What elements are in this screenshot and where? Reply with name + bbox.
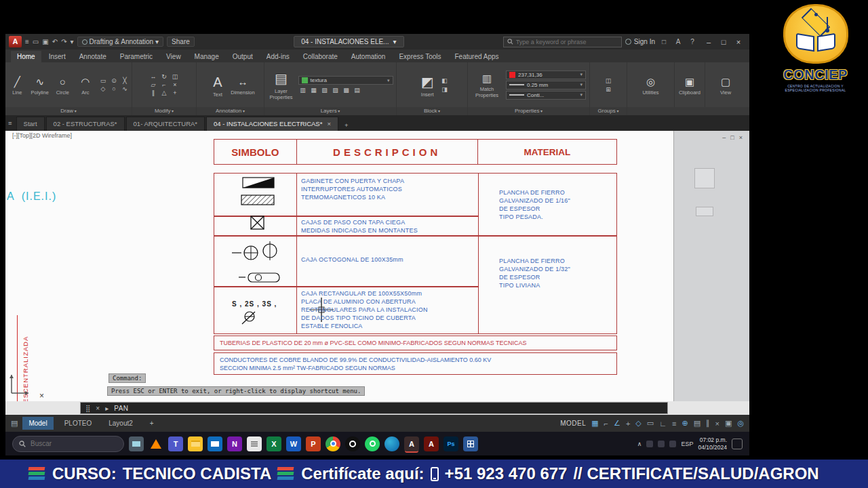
tab-automation[interactable]: Automation <box>345 51 392 62</box>
tab-parametric[interactable]: Parametric <box>114 51 159 62</box>
outlook-icon[interactable] <box>208 436 222 451</box>
teams-icon[interactable]: T <box>168 436 183 451</box>
match-properties-tool[interactable]: ▥ Match Properties <box>471 70 502 98</box>
panel-label-block[interactable]: Block <box>397 107 468 115</box>
viewport-controls[interactable]: [-][Top][2D Wireframe] <box>12 132 72 139</box>
sign-in-button[interactable]: Sign In <box>625 38 655 45</box>
insert-block-tool[interactable]: ◩ Insert <box>416 72 438 98</box>
tab-express-tools[interactable]: Express Tools <box>393 51 447 62</box>
whatsapp-icon[interactable] <box>365 436 380 451</box>
view-tool[interactable]: ▢ View <box>712 74 739 96</box>
qat-undo-icon[interactable]: ↶ <box>52 38 58 45</box>
layout-tab-layout2[interactable]: Layout2 <box>102 417 139 430</box>
block-tool-icon[interactable]: ◨ <box>441 86 448 93</box>
polyline-tool[interactable]: ∿ Polyline <box>31 74 50 96</box>
layer-tool-icon[interactable]: ▦ <box>309 87 319 94</box>
text-tool[interactable]: A Text <box>207 72 229 98</box>
utilities-tool[interactable]: ◎ Utilities <box>636 74 666 96</box>
document-title-tab[interactable]: 04 - INSTALACIONES ELE... ▾ <box>294 36 403 47</box>
dimension-tool[interactable]: ↔ Dimension <box>232 74 254 96</box>
draw-tool-icon[interactable]: ▭ <box>98 77 108 84</box>
file-tab-start[interactable]: Start <box>16 117 45 131</box>
modify-tool-icon[interactable]: + <box>170 89 180 96</box>
modify-tool-icon[interactable]: ↔ <box>149 73 158 80</box>
file-tab-instalaciones[interactable]: 04 - INSTALACIONES ELECTRICAS*× <box>206 117 338 131</box>
object-color-dropdown[interactable]: 237,31,36 ▾ <box>506 70 586 79</box>
object-snap-icon[interactable]: ⊕ <box>682 419 688 428</box>
help-icon[interactable]: ? <box>687 38 698 45</box>
photoshop-icon[interactable]: Ps <box>443 436 458 451</box>
palette-panel-icon[interactable]: □ <box>730 134 734 141</box>
layer-tool-icon[interactable]: ▧ <box>320 87 330 94</box>
file-tab-menu-icon[interactable]: ≡ <box>8 119 12 127</box>
tab-annotate[interactable]: Annotate <box>73 51 113 62</box>
arc-tool[interactable]: ◠ Arc <box>76 74 96 96</box>
chrome-icon[interactable] <box>326 436 340 451</box>
tab-manage[interactable]: Manage <box>189 51 225 62</box>
panel-label-properties[interactable]: Properties <box>468 107 590 115</box>
tab-output[interactable]: Output <box>226 51 259 62</box>
layer-dropdown[interactable]: textura ▾ <box>298 76 393 85</box>
acrobat-icon[interactable]: A <box>424 436 439 451</box>
powerpoint-icon[interactable]: P <box>306 436 321 451</box>
block-tool-icon[interactable]: ◧ <box>441 77 448 84</box>
tab-home[interactable]: Home <box>11 51 41 62</box>
tab-view[interactable]: View <box>160 51 187 62</box>
modify-tool-icon[interactable]: △ <box>159 89 169 96</box>
annotation-icon[interactable]: ▤ <box>694 419 701 428</box>
clipboard-tool[interactable]: ▣ Clipboard <box>677 74 703 96</box>
command-line[interactable]: ⣿ × ▸ PAN <box>80 402 668 414</box>
group-tool-icon[interactable]: ⊞ <box>606 86 612 93</box>
layer-tool-icon[interactable]: ▩ <box>342 87 351 94</box>
workspace-switcher[interactable]: Drafting & Annotation ▾ <box>77 37 164 47</box>
draw-tool-icon[interactable]: ⊙ <box>109 77 119 84</box>
circle-tool[interactable]: ○ Circle <box>53 74 73 96</box>
layout-tab-ploteo[interactable]: PLOTEO <box>58 417 98 430</box>
quick-properties-icon[interactable]: ▣ <box>725 419 732 428</box>
transparency-icon[interactable]: ≡ <box>672 420 676 428</box>
panel-label-draw[interactable]: Draw <box>5 107 132 115</box>
dynamic-input-icon[interactable]: + <box>626 420 630 428</box>
qat-save-icon[interactable]: ▣ <box>42 38 48 45</box>
vlc-icon[interactable] <box>149 436 163 451</box>
group-tool-icon[interactable]: ◫ <box>606 77 612 84</box>
layer-properties-tool[interactable]: ▤ Layer Properties <box>268 68 295 100</box>
word-icon[interactable]: W <box>286 436 301 451</box>
customize-icon[interactable]: ◎ <box>737 419 744 428</box>
modify-tool-icon[interactable]: ⌐ <box>159 81 169 88</box>
tab-collaborate[interactable]: Collaborate <box>297 51 344 62</box>
share-button[interactable]: Share <box>167 37 195 47</box>
workspace-icon[interactable]: ∥ <box>706 419 710 428</box>
notification-icon[interactable]: A <box>673 38 684 45</box>
notepad-icon[interactable] <box>247 436 262 451</box>
tab-featured-apps[interactable]: Featured Apps <box>449 51 505 62</box>
autocad-app-button[interactable]: A <box>9 36 22 47</box>
obs-icon[interactable] <box>345 436 360 451</box>
modify-tool-icon[interactable]: ▱ <box>149 81 158 88</box>
draw-tool-icon[interactable]: ╳ <box>120 77 130 84</box>
desktop-app-icon[interactable] <box>129 436 144 451</box>
palette-thumbnail[interactable] <box>694 168 715 188</box>
panel-label-modify[interactable]: Modify <box>132 107 197 115</box>
palette-button[interactable] <box>696 207 713 216</box>
help-search[interactable] <box>503 37 622 47</box>
panel-label-groups[interactable]: Groups <box>590 107 627 115</box>
close-icon[interactable]: × <box>327 120 331 127</box>
qat-menu-icon[interactable]: ≡ <box>25 38 29 45</box>
layer-tool-icon[interactable]: ▥ <box>298 87 308 94</box>
file-tab-estructuras[interactable]: 02 - ESTRUCTURAS* <box>46 117 125 131</box>
ortho-icon[interactable]: ∟ <box>659 420 667 428</box>
grid-icon[interactable]: ▦ <box>591 419 598 428</box>
modify-tool-icon[interactable]: ◫ <box>170 73 180 80</box>
calendar-tile-icon[interactable] <box>463 436 478 451</box>
battery-icon[interactable] <box>669 441 676 447</box>
palette-close-icon[interactable]: × <box>739 134 743 141</box>
autocad-taskbar-icon[interactable]: A <box>404 436 419 451</box>
network-icon[interactable] <box>646 441 653 447</box>
draw-tool-icon[interactable]: ○ <box>109 85 119 92</box>
drag-handle-icon[interactable]: ⣿ <box>85 405 90 412</box>
isolate-icon[interactable]: × <box>715 420 719 428</box>
snap-icon[interactable]: ⌐ <box>604 420 608 428</box>
lineweight-icon[interactable]: ▭ <box>647 419 654 428</box>
isodraft-icon[interactable]: ◇ <box>635 419 641 428</box>
